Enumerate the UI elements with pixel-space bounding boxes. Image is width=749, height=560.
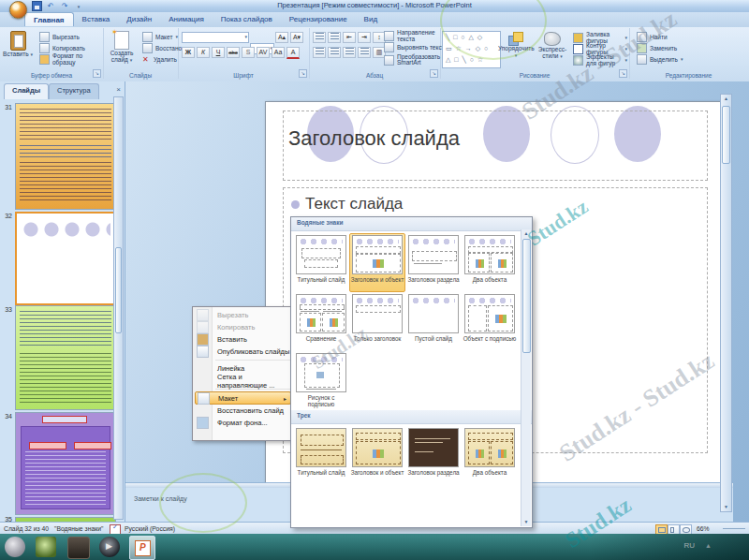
underline-button[interactable]: Ч [212, 47, 225, 58]
justify-button[interactable] [358, 47, 371, 58]
zoom-level[interactable]: 66% [697, 525, 710, 532]
layout-comparison[interactable]: Сравнение [293, 292, 349, 351]
layout-trek-title-slide[interactable]: Титульный слайд [293, 426, 349, 485]
increase-indent-button[interactable]: ⇥ [358, 32, 371, 43]
qat-dropdown-icon[interactable]: ▾ [73, 2, 84, 11]
taskbar-app-icon[interactable] [36, 537, 56, 557]
font-dialog-launcher[interactable]: ↘ [299, 69, 307, 78]
tab-animation[interactable]: Анимация [160, 12, 213, 25]
panel-close-icon[interactable]: × [116, 85, 121, 94]
layout-picture-with-caption[interactable]: Рисунок с подписью [293, 351, 349, 410]
layout-trek-title-and-content[interactable]: Заголовок и объект [349, 426, 405, 485]
layout-section-header[interactable]: Заголовок раздела [405, 233, 462, 292]
strikethrough-button[interactable]: abc [227, 47, 240, 58]
replace-button[interactable]: Заменить [635, 42, 685, 53]
tab-design[interactable]: Дизайн [118, 12, 160, 25]
layout-trek-two-content[interactable]: Два объекта [462, 426, 518, 485]
find-button[interactable]: Найти [635, 31, 685, 42]
language-indicator[interactable]: Русский (Россия) [125, 525, 175, 532]
scroll-down-icon[interactable]: ▼ [721, 503, 731, 511]
shadow-button[interactable]: S [242, 47, 255, 58]
paragraph-dialog-launcher[interactable]: ↘ [430, 69, 438, 78]
layout-trek-section-header[interactable]: Заголовок раздела [405, 426, 462, 485]
zoom-slider[interactable] [723, 528, 745, 529]
undo-icon[interactable]: ↶ [45, 2, 56, 11]
shape-effects-button[interactable]: Эффекты для фигур [571, 54, 629, 66]
arrange-button[interactable]: Упорядочить [498, 30, 534, 69]
taskbar-app-icon[interactable] [67, 537, 90, 559]
slide-thumbnail-33[interactable] [15, 305, 116, 410]
redo-icon[interactable]: ↷ [59, 2, 70, 11]
menu-item-grid-guides[interactable]: Сетка и направляющие ... [193, 375, 293, 387]
slide-thumbnail-32-selected[interactable] [15, 212, 118, 305]
editor-scroll-thumb[interactable] [722, 106, 730, 164]
slide-body-text[interactable]: Текст слайда [305, 195, 403, 214]
font-family-combo[interactable] [182, 32, 249, 43]
align-center-button[interactable] [328, 47, 341, 58]
layout-two-content[interactable]: Два объекта [462, 233, 518, 292]
tab-slideshow[interactable]: Показ слайдов [213, 12, 281, 25]
layout-title-slide[interactable]: Титульный слайд [293, 233, 349, 292]
tab-slides-thumbnails[interactable]: Слайды [4, 83, 49, 99]
menu-item-layout[interactable]: Макет▸ [195, 391, 291, 405]
tab-view[interactable]: Вид [356, 12, 386, 25]
gallery-scroll-thumb[interactable] [522, 239, 531, 353]
layout-blank[interactable]: Пустой слайд [405, 292, 462, 351]
office-button[interactable] [9, 1, 27, 19]
tray-expand-icon[interactable]: ▲ [705, 542, 712, 549]
clipboard-dialog-launcher[interactable]: ↘ [93, 69, 101, 78]
quick-styles-button[interactable]: Экспресс-стили [534, 30, 571, 69]
submenu-arrow-icon: ▸ [284, 395, 286, 402]
media-player-icon[interactable] [99, 537, 120, 557]
slide-number: 32 [2, 213, 12, 219]
bold-button[interactable]: Ж [182, 47, 195, 58]
scroll-down-icon[interactable]: ▼ [521, 518, 531, 526]
shape-effects-icon [573, 55, 583, 66]
align-right-button[interactable] [343, 47, 356, 58]
align-left-button[interactable] [313, 47, 326, 58]
drawing-dialog-launcher[interactable]: ↘ [619, 69, 627, 78]
panel-scrollbar[interactable] [113, 96, 124, 520]
gallery-scrollbar[interactable]: ▲ ▼ [521, 229, 531, 526]
select-button[interactable]: Выделить [635, 53, 685, 65]
layout-content-with-caption[interactable]: Объект с подписью [462, 292, 518, 351]
change-case-button[interactable]: Aa [272, 47, 285, 58]
tab-outline[interactable]: Структура [49, 83, 99, 99]
menu-item-format-background[interactable]: Формат фона... [193, 417, 293, 429]
font-color-button[interactable]: А [286, 47, 300, 59]
paste-button[interactable]: Вставить [2, 30, 34, 69]
scroll-up-icon[interactable]: ▲ [521, 229, 531, 238]
shrink-font-button[interactable]: A▾ [290, 32, 303, 43]
character-spacing-button[interactable]: AV [257, 47, 270, 58]
scroll-up-icon[interactable]: ▲ [721, 95, 731, 103]
layout-title-and-content-selected[interactable]: Заголовок и объект [349, 233, 405, 292]
cut-button[interactable]: Вырезать [37, 31, 103, 42]
tab-home[interactable]: Главная [24, 12, 74, 26]
layout-title-only[interactable]: Только заголовок [349, 292, 405, 351]
slide-title-text[interactable]: Заголовок слайда [288, 126, 460, 151]
tab-insert[interactable]: Вставка [74, 12, 119, 25]
tray-language[interactable]: RU [683, 541, 695, 550]
save-icon[interactable] [32, 1, 42, 11]
menu-item-paste[interactable]: Вставить [193, 333, 293, 346]
format-painter-button[interactable]: Формат по образцу [37, 53, 103, 65]
italic-button[interactable]: К [197, 47, 210, 58]
decrease-indent-button[interactable]: ⇤ [343, 32, 356, 43]
paste-icon [10, 31, 26, 51]
menu-item-publish-slides[interactable]: Опубликовать слайды [193, 346, 293, 358]
slide-thumbnail-31[interactable] [15, 103, 116, 210]
numbering-button[interactable] [328, 32, 341, 43]
bullet-dot [291, 200, 300, 209]
tab-review[interactable]: Рецензирование [281, 12, 356, 25]
quick-access-toolbar: ↶ ↷ ▾ [32, 1, 84, 11]
panel-scroll-thumb[interactable] [115, 247, 122, 333]
new-slide-button[interactable]: Создать слайд [105, 30, 139, 69]
menu-item-reset-slide[interactable]: Восстановить слайд [193, 405, 293, 417]
slide-thumbnail-34[interactable] [15, 412, 116, 515]
shapes-gallery[interactable]: ╲ □ ○ △ ◇ ▭ ☆ → ◇ ○ △ □ ╲ ○ ☆ [442, 31, 501, 68]
grow-font-button[interactable]: A▴ [275, 32, 288, 43]
bullets-button[interactable] [313, 32, 326, 43]
editor-scrollbar[interactable]: ▲ ▼ [720, 94, 732, 512]
powerpoint-taskbar-button-active[interactable] [129, 536, 155, 560]
start-button[interactable] [5, 537, 25, 557]
